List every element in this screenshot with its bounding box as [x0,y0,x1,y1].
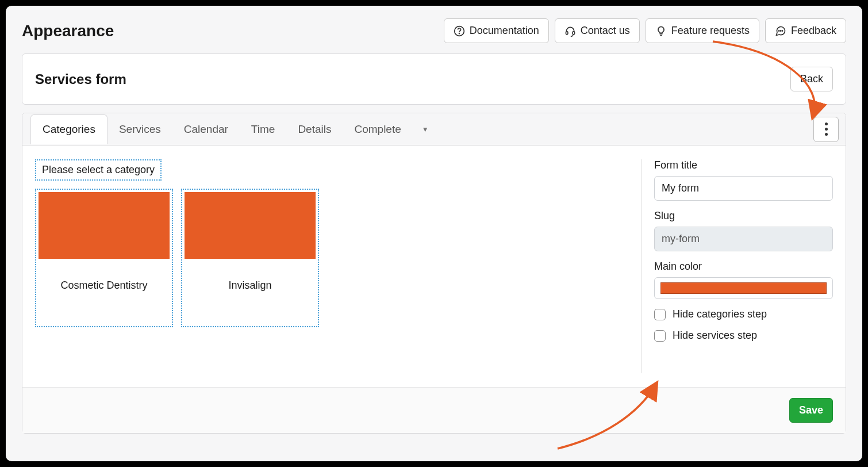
category-swatch [185,192,316,259]
tab-complete[interactable]: Complete [343,115,412,144]
color-swatch [660,282,827,294]
svg-point-1 [459,33,459,33]
slug-label: Slug [654,210,833,222]
category-card-invisalign[interactable]: Invisalign [181,189,319,327]
svg-rect-2 [566,31,567,34]
feedback-label: Feedback [791,25,836,37]
page-title: Appearance [22,22,114,40]
headset-icon [564,25,576,37]
more-options-button[interactable] [813,117,839,142]
svg-rect-3 [573,31,574,34]
documentation-label: Documentation [470,25,539,37]
main-color-input[interactable] [654,277,833,299]
back-button[interactable]: Back [790,67,833,91]
tabs-panel: Categories Services Calendar Time Detail… [22,113,846,434]
category-card-cosmetic-dentistry[interactable]: Cosmetic Dentistry [35,189,173,327]
hide-services-label: Hide services step [673,330,757,342]
lightbulb-icon [655,25,667,37]
svg-point-5 [780,30,781,30]
feature-requests-button[interactable]: Feature requests [646,18,759,43]
hide-services-checkbox[interactable] [654,330,666,342]
header-actions: Documentation Contact us Feature request… [444,18,846,43]
form-title-input[interactable] [654,176,833,201]
svg-point-6 [782,30,782,30]
hide-categories-checkbox[interactable] [654,309,666,320]
save-button[interactable]: Save [789,398,833,423]
category-hint: Please select a category [35,159,162,181]
panel-title: Services form [35,71,126,87]
form-title-label: Form title [654,159,833,171]
category-swatch [39,192,170,259]
tab-calendar[interactable]: Calendar [172,115,240,144]
feedback-button[interactable]: Feedback [765,18,846,43]
slug-input[interactable] [654,227,833,251]
save-label: Save [799,404,823,416]
tab-time[interactable]: Time [240,115,287,144]
footer-bar: Save [22,387,846,433]
page-header: Appearance Documentation Contact us Feat… [6,6,862,53]
category-label: Invisalign [185,259,316,324]
category-label: Cosmetic Dentistry [39,259,170,324]
help-circle-icon [454,25,465,37]
contact-label: Contact us [581,25,630,37]
services-form-panel: Services form Back [22,53,846,105]
chat-icon [775,25,786,37]
feature-requests-label: Feature requests [671,25,750,37]
tabs-dropdown-caret[interactable]: ▼ [413,125,438,133]
contact-button[interactable]: Contact us [555,18,640,43]
hide-categories-label: Hide categories step [673,308,767,320]
kebab-icon [825,123,828,136]
back-label: Back [800,73,823,85]
form-settings: Form title Slug Main color Hide categori… [641,159,833,373]
panel-body: Please select a category Cosmetic Dentis… [22,146,846,387]
documentation-button[interactable]: Documentation [444,18,549,43]
categories-preview: Please select a category Cosmetic Dentis… [35,159,627,373]
tab-categories[interactable]: Categories [30,114,107,144]
tab-details[interactable]: Details [286,115,343,144]
tabs-bar: Categories Services Calendar Time Detail… [22,113,846,146]
main-color-label: Main color [654,261,833,273]
tab-services[interactable]: Services [107,115,172,144]
svg-point-4 [778,30,779,30]
